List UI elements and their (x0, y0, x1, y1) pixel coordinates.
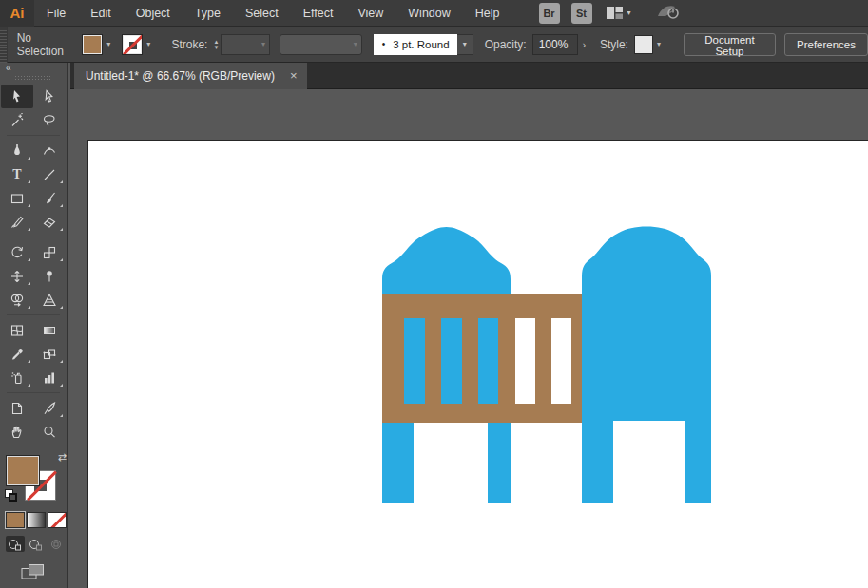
menu-help[interactable]: Help (463, 0, 512, 27)
direct-selection-tool[interactable] (33, 85, 66, 108)
chevron-right-icon: › (582, 39, 586, 50)
draw-inside-button[interactable] (48, 536, 67, 552)
paint-gradient-button[interactable] (27, 512, 46, 528)
document-tab-title: Untitled-1* @ 66.67% (RGB/Preview) (86, 69, 275, 83)
menu-file[interactable]: File (34, 0, 78, 27)
menu-type[interactable]: Type (183, 0, 233, 27)
column-graph-tool-icon (42, 370, 57, 386)
width-tool[interactable] (1, 264, 33, 288)
swap-fill-stroke-icon[interactable]: ⇄ (58, 451, 67, 464)
zoom-tool[interactable] (33, 420, 66, 444)
hand-tool[interactable] (1, 420, 33, 444)
gradient-tool[interactable] (33, 318, 66, 342)
draw-normal-button[interactable] (6, 536, 25, 552)
drawing-mode-row (0, 536, 67, 552)
puppet-warp-tool[interactable] (33, 264, 66, 288)
screen-mode-icon (21, 563, 46, 580)
stroke-weight-stepper[interactable]: ▲ ▼ (213, 39, 219, 50)
stroke-color-dropdown[interactable]: ▾ (122, 34, 154, 55)
rotate-tool[interactable] (1, 240, 33, 264)
brush-definition-dropdown[interactable]: • 3 pt. Round ▾ (374, 34, 473, 55)
brush-definition-chevron-button[interactable]: ▾ (457, 34, 473, 55)
gpu-performance-button[interactable] (656, 3, 681, 24)
chevron-down-icon: ▾ (258, 40, 269, 48)
menu-window[interactable]: Window (395, 0, 462, 27)
document-area: Untitled-1* @ 66.67% (RGB/Preview) × (70, 63, 868, 588)
control-bar: No Selection ▾ ▾ Stroke: ▲ ▼ ▾ ▾ • 3 pt.… (0, 27, 868, 63)
magic-wand-tool[interactable] (1, 108, 33, 132)
pen-tool[interactable] (1, 139, 33, 162)
brush-preview-dropdown[interactable]: ▾ (280, 34, 362, 55)
default-fill-stroke-icon[interactable] (5, 489, 18, 503)
rectangle-tool[interactable] (1, 186, 33, 210)
workspace-switcher[interactable]: ▾ (606, 6, 631, 20)
crib-left-leg-shape[interactable] (382, 423, 414, 503)
crib-middle-leg-shape[interactable] (488, 423, 511, 503)
document-tab[interactable]: Untitled-1* @ 66.67% (RGB/Preview) × (74, 63, 307, 89)
shape-builder-tool[interactable] (1, 288, 33, 312)
symbol-sprayer-tool[interactable] (1, 366, 33, 389)
chevron-down-icon: ▾ (143, 40, 154, 48)
stroke-weight-dropdown[interactable]: ▾ (221, 34, 270, 55)
opacity-expand-button[interactable]: › (578, 34, 590, 55)
blend-tool-icon (42, 347, 57, 362)
canvas-pasteboard[interactable] (70, 89, 868, 588)
artboard-tool[interactable] (1, 396, 33, 420)
column-graph-tool[interactable] (33, 366, 66, 389)
fill-color-dropdown[interactable]: ▾ (82, 34, 114, 55)
scale-tool[interactable] (33, 240, 66, 264)
style-swatch (634, 35, 653, 54)
brush-dot-preview-icon: • (382, 39, 386, 49)
hand-tool-icon (10, 425, 25, 440)
change-screen-mode-button[interactable] (0, 563, 67, 580)
paint-none-button[interactable] (48, 512, 67, 528)
artboard-tool-icon (10, 401, 25, 416)
stock-button[interactable]: St (571, 3, 592, 24)
shaper-tool[interactable] (1, 210, 33, 234)
style-dropdown[interactable]: ▾ (634, 35, 665, 54)
stroke-weight-label: Stroke: (171, 38, 207, 51)
opacity-label: Opacity: (485, 38, 527, 51)
menu-object[interactable]: Object (124, 0, 183, 27)
slice-tool-icon (42, 401, 57, 416)
eyedropper-tool[interactable] (1, 342, 33, 366)
eraser-tool[interactable] (33, 210, 66, 234)
rotate-tool-icon (10, 245, 25, 260)
selection-tool[interactable] (1, 85, 33, 108)
menu-effect[interactable]: Effect (291, 0, 346, 27)
tools-panel: « T (0, 63, 68, 588)
collapse-panel-button[interactable]: « (0, 63, 67, 75)
control-bar-grip[interactable] (0, 27, 8, 63)
preferences-button[interactable]: Preferences (784, 33, 868, 56)
fill-color-swatch (82, 34, 103, 55)
lasso-tool[interactable] (33, 108, 66, 132)
paintbrush-tool[interactable] (33, 186, 66, 210)
zoom-tool-icon (42, 425, 57, 440)
fill-proxy[interactable] (6, 455, 40, 486)
chevron-down-icon: ▾ (350, 40, 361, 48)
perspective-grid-tool[interactable] (33, 288, 66, 312)
close-icon[interactable]: × (290, 70, 298, 82)
rectangle-tool-icon (10, 191, 25, 206)
panel-grip[interactable] (15, 76, 51, 81)
mesh-tool[interactable] (1, 318, 33, 342)
tool-grid: T (0, 85, 67, 444)
line-segment-tool[interactable] (33, 162, 66, 186)
menu-select[interactable]: Select (233, 0, 291, 27)
paint-color-button[interactable] (6, 512, 25, 528)
crib-right-footboard-shape[interactable] (582, 227, 711, 504)
chevron-down-icon: ▾ (103, 40, 114, 48)
bridge-button[interactable]: Br (539, 3, 560, 24)
draw-behind-button[interactable] (27, 536, 46, 552)
opacity-input[interactable] (532, 34, 578, 55)
chevron-down-icon: ▾ (653, 40, 665, 48)
type-tool[interactable]: T (1, 162, 33, 186)
menu-view[interactable]: View (345, 0, 395, 27)
blend-tool[interactable] (33, 342, 66, 366)
document-setup-button[interactable]: Document Setup (684, 33, 776, 56)
brush-definition-value: • 3 pt. Round (374, 34, 457, 55)
menu-edit[interactable]: Edit (78, 0, 124, 27)
curvature-tool[interactable] (33, 139, 66, 162)
slice-tool[interactable] (33, 396, 66, 420)
curvature-tool-icon (42, 143, 57, 159)
